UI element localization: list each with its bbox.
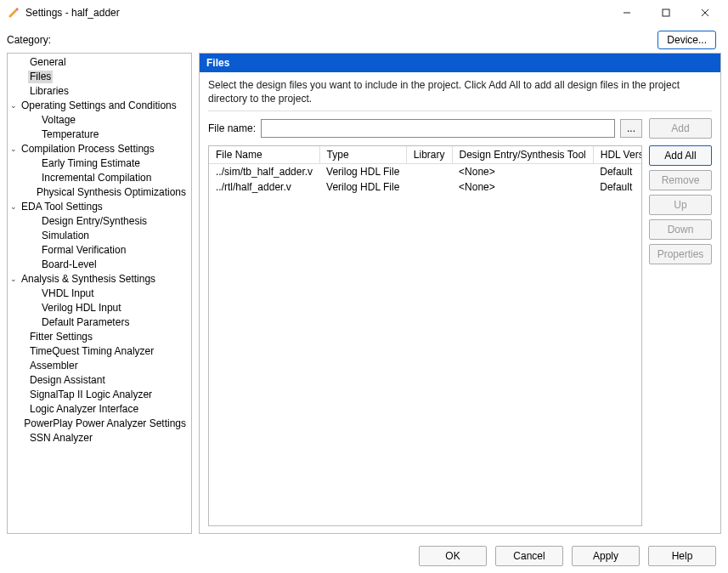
browse-button[interactable]: ... (620, 119, 642, 138)
panel-description: Select the design files you want to incl… (208, 79, 712, 111)
filename-input[interactable] (261, 119, 615, 138)
tree-item[interactable]: Incremental Compilation (40, 172, 153, 184)
tree-item[interactable]: Default Parameters (40, 316, 131, 329)
minimize-button[interactable] (607, 0, 646, 26)
tree-item[interactable]: SSN Analyzer (28, 432, 94, 445)
device-button[interactable]: Device... (657, 31, 716, 49)
bottom-bar: OK Cancel Apply Help (0, 539, 728, 573)
filename-row: File name: ... Add (208, 118, 712, 139)
tree-item[interactable]: Simulation (40, 230, 91, 242)
filename-label: File name: (208, 122, 256, 134)
file-table[interactable]: File NameTypeLibraryDesign Entry/Synthes… (208, 145, 642, 526)
tree-item[interactable]: Operating Settings and Conditions (20, 99, 178, 112)
tree-item[interactable]: Board-Level (40, 258, 99, 271)
svg-rect-1 (663, 9, 669, 16)
panel-header: Files (200, 54, 720, 72)
tree-item[interactable]: Analysis & Synthesis Settings (20, 273, 157, 286)
chevron-down-icon[interactable]: ⌄ (8, 143, 20, 156)
tree-item[interactable]: EDA Tool Settings (20, 201, 104, 213)
top-row: Category: Device... (0, 26, 728, 53)
app-icon (7, 6, 20, 20)
category-tree[interactable]: General Files Libraries⌄Operating Settin… (7, 53, 192, 534)
chevron-down-icon[interactable]: ⌄ (8, 99, 20, 112)
column-header[interactable]: HDL Version (593, 146, 642, 164)
add-all-button[interactable]: Add All (649, 145, 712, 166)
side-buttons: Add All Remove Up Down Properties (649, 145, 712, 526)
chevron-down-icon[interactable]: ⌄ (8, 273, 20, 286)
tree-item[interactable]: Physical Synthesis Optimizations (35, 186, 188, 199)
panel-body: Select the design files you want to incl… (200, 72, 720, 533)
tree-item[interactable]: VHDL Input (40, 287, 96, 300)
window-controls (607, 0, 725, 26)
tree-item[interactable]: General (28, 56, 68, 69)
apply-button[interactable]: Apply (572, 546, 640, 566)
tree-item[interactable]: Libraries (28, 85, 71, 98)
help-button[interactable]: Help (648, 546, 716, 566)
tree-item[interactable]: PowerPlay Power Analyzer Settings (22, 417, 188, 430)
remove-button[interactable]: Remove (649, 170, 712, 190)
main-area: General Files Libraries⌄Operating Settin… (0, 53, 728, 539)
category-label: Category: (7, 34, 51, 46)
column-header[interactable]: Library (406, 146, 452, 164)
table-row[interactable]: ../rtl/half_adder.vVerilog HDL File<None… (209, 179, 642, 195)
cancel-button[interactable]: Cancel (495, 546, 563, 566)
tree-item[interactable]: Design Assistant (28, 374, 107, 387)
tree-item[interactable]: SignalTap II Logic Analyzer (28, 389, 154, 401)
file-grid-row: File NameTypeLibraryDesign Entry/Synthes… (208, 145, 712, 526)
tree-item[interactable]: Temperature (40, 128, 100, 141)
tree-item[interactable]: Verilog HDL Input (40, 302, 123, 315)
tree-item[interactable]: Design Entry/Synthesis (40, 215, 149, 228)
up-button[interactable]: Up (649, 195, 712, 215)
properties-button[interactable]: Properties (649, 244, 712, 264)
settings-panel: Files Select the design files you want t… (199, 53, 721, 534)
tree-item[interactable]: Fitter Settings (28, 331, 94, 343)
tree-item[interactable]: Formal Verification (40, 244, 127, 257)
column-header[interactable]: Type (319, 146, 406, 164)
tree-item[interactable]: TimeQuest Timing Analyzer (28, 345, 155, 358)
column-header[interactable]: Design Entry/Synthesis Tool (452, 146, 593, 164)
close-button[interactable] (686, 0, 725, 26)
tree-item[interactable]: Logic Analyzer Interface (28, 403, 140, 416)
maximize-button[interactable] (646, 0, 686, 26)
titlebar: Settings - half_adder (0, 0, 728, 26)
tree-item[interactable]: Voltage (40, 114, 77, 127)
chevron-down-icon[interactable]: ⌄ (8, 201, 20, 213)
down-button[interactable]: Down (649, 219, 712, 240)
tree-item[interactable]: Files (28, 71, 53, 83)
window-title: Settings - half_adder (25, 7, 607, 19)
column-header[interactable]: File Name (209, 146, 319, 164)
ok-button[interactable]: OK (419, 546, 487, 566)
tree-item[interactable]: Compilation Process Settings (20, 143, 156, 156)
table-row[interactable]: ../sim/tb_half_adder.vVerilog HDL File<N… (209, 164, 642, 180)
tree-item[interactable]: Assembler (28, 360, 80, 372)
tree-item[interactable]: Early Timing Estimate (40, 157, 142, 170)
add-button[interactable]: Add (649, 118, 712, 139)
